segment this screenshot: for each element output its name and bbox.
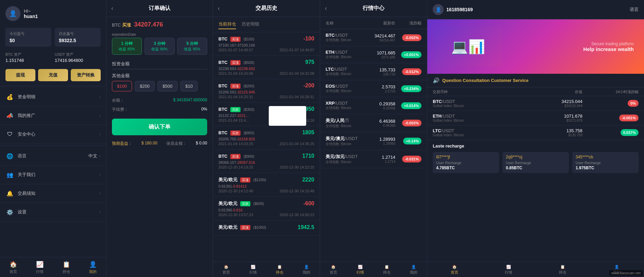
- market-sub: 全球指数: Bitcoin: [326, 72, 361, 76]
- p3-nav-mine[interactable]: 👤 我的: [293, 262, 320, 277]
- p3-nav-market[interactable]: 📈 行情: [240, 262, 267, 277]
- p5-user-info: 👤 1618598169: [433, 4, 473, 15]
- p5-market-row-btc[interactable]: BTC/USDT Golbal Index: Bitcoin 34215.044…: [427, 96, 644, 111]
- market-row-usdcny[interactable]: 美元/人民币 全球指数: Bitcoin 6.46368 6.46368 -0.…: [320, 114, 427, 132]
- trade-amount: ($900): [244, 154, 254, 158]
- back-button[interactable]: ‹: [111, 5, 113, 12]
- user-icon: 👤: [411, 265, 416, 269]
- home-icon: 🏠: [10, 261, 17, 268]
- market-row-ltc[interactable]: LTC/USDT 全球指数: Bitcoin 135.733 135.733 -…: [320, 63, 427, 80]
- back-button[interactable]: ‹: [325, 5, 327, 12]
- recharge-button[interactable]: 充值: [38, 69, 68, 81]
- p4-nav-home[interactable]: 🏠 首页: [320, 262, 347, 277]
- p5-language-button[interactable]: 语言: [630, 6, 639, 13]
- recharge-card-3: 345****cb User Recharge 1.975BTC: [572, 152, 639, 173]
- p5-market-row-ltc[interactable]: LTC/USDT Golbal Index: Bitcoin 135.758 $…: [427, 125, 644, 140]
- trade-pair: BTC: [218, 60, 228, 65]
- positions-icon: 📋: [560, 265, 565, 269]
- panel-home: 👤 1618598169 语言 💻📊 Secure trading platfo…: [427, 0, 644, 277]
- expected-value: $ 180.00: [142, 141, 158, 146]
- trade-row[interactable]: BTC 买涨 ($900) 1710 28068.157-28097.516 2…: [213, 150, 320, 173]
- p3-nav-mine-label: 我的: [303, 270, 310, 275]
- p3-nav-home[interactable]: 🏠 首页: [213, 262, 240, 277]
- trade-row[interactable]: BTC 买涨 ($100) -100 37100.167-37100.166 2…: [213, 32, 320, 56]
- confirm-order-button[interactable]: 确认下单: [112, 119, 207, 135]
- trade-close-time: 2021-01-07 14:49:07: [280, 48, 314, 52]
- market-row-xrp[interactable]: XRP/USDT 全球指数: Bitcoin 0.29358 0.29358 +…: [320, 97, 427, 114]
- market-pair: 美元/澳元/USDT: [326, 136, 361, 142]
- transfer-button[interactable]: 资产转换: [71, 69, 101, 81]
- menu-item-settings[interactable]: ⚙️ 设置 ›: [0, 203, 106, 222]
- trade-list: BTC 买涨 ($100) -100 37100.167-37100.166 2…: [213, 32, 320, 262]
- trade-amount: ($600): [253, 202, 264, 206]
- p4-nav-market[interactable]: 📈 行情: [347, 262, 374, 277]
- trade-row[interactable]: BTC 买跌 ($350) 950 32132.237-3221... 2021…: [213, 103, 320, 126]
- market-pair: LTC/USDT: [326, 67, 361, 72]
- trade-amount: ($950): [244, 131, 254, 135]
- time-1min-label: 1 分钟: [114, 41, 140, 47]
- col-pair: 交易币种: [433, 89, 508, 94]
- p5-nav-home[interactable]: 🏠 首页: [427, 262, 481, 277]
- trade-row[interactable]: 美元/欧元 买跌 ($600) -600 0.81396-0.816 2020-…: [213, 197, 320, 221]
- market-row-btc[interactable]: BTC/USDT 全球指数: Bitcoin 34214.467 34214.4…: [320, 29, 427, 46]
- menu-item-notice[interactable]: 🔔 交易须知 ›: [0, 184, 106, 203]
- p3-nav-positions[interactable]: 📋 持仓: [266, 262, 293, 277]
- menu-item-promote[interactable]: 📣 我的推广 ›: [0, 106, 106, 125]
- nav-mine[interactable]: 👤 我的: [80, 257, 106, 277]
- p5-pair: ETH/USDT: [433, 114, 508, 119]
- language-item[interactable]: 🌐 语言 中文 ›: [0, 147, 106, 166]
- market-pair: ETH/USDT: [326, 50, 361, 55]
- market-row-eth[interactable]: ETH/USDT 全球指数: Bitcoin 1071.685 1071.685…: [320, 46, 427, 63]
- p5-nav-positions[interactable]: 📋 持仓: [536, 262, 590, 277]
- menu-item-security[interactable]: 🛡 安全中心 ›: [0, 125, 106, 144]
- market-price: 6.46368: [361, 119, 396, 124]
- trade-row[interactable]: 美元/欧元 买涨 ($1200) 2220 0.81391-0.81412 20…: [213, 173, 320, 197]
- time-5min[interactable]: 5 分钟 收益 95%: [177, 38, 207, 55]
- market-row-eos[interactable]: EOS/USDT 全球指数: Bitcoin 2.5703 2.5703 +0.…: [320, 80, 427, 97]
- withdraw-button[interactable]: 提现: [5, 69, 35, 81]
- direction-badge: 买涨: [240, 225, 250, 230]
- consultation-row[interactable]: 🔊 Question Consultation Customer Service: [427, 74, 644, 87]
- market-row-usdcad[interactable]: 美元/加元/USDT 全球指数: Bitcoin 1.2714 1.2714 -…: [320, 150, 427, 168]
- trade-row[interactable]: 美元/欧元 买涨 ($1050) 1942.5: [213, 221, 320, 236]
- time-3min[interactable]: 3 分钟 收益 90%: [145, 38, 175, 55]
- nav-positions[interactable]: 📋 持仓: [53, 257, 80, 277]
- chart-icon: 📈: [506, 265, 511, 269]
- menu-item-funds[interactable]: 💰 资金明细 ›: [0, 88, 106, 106]
- fee-value: 0%: [201, 107, 207, 112]
- market-row-usdaud[interactable]: 美元/澳元/USDT 全球指数: Bitcoin 1.28993 1.28993…: [320, 132, 427, 150]
- nav-market[interactable]: 📈 行情: [27, 257, 53, 277]
- p5-market-row-eth[interactable]: ETH/USDT Golbal Index: Bitcoin 1071.678 …: [427, 111, 644, 125]
- back-button[interactable]: ‹: [218, 5, 220, 12]
- p5-nav-market[interactable]: 📈 行情: [481, 262, 535, 277]
- p5-banner: 💻📊 Secure trading platform Help increase…: [427, 19, 644, 74]
- nav-home[interactable]: 🏠 首页: [0, 257, 27, 277]
- recharge-title: Laste recharge: [433, 143, 639, 149]
- p3-nav-market-label: 行情: [249, 270, 257, 275]
- market-price-sub: 1.2714: [361, 160, 396, 163]
- p4-nav-market-label: 行情: [357, 270, 364, 275]
- tab-history-detail[interactable]: 历史明细: [242, 20, 259, 29]
- user-icon: 👤: [304, 265, 309, 269]
- about-icon: 👥: [5, 170, 14, 179]
- p4-nav-mine[interactable]: 👤 我的: [400, 262, 427, 277]
- market-sub: 全球指数: Bitcoin: [326, 38, 361, 42]
- tab-current-positions[interactable]: 当前持仓: [218, 20, 236, 29]
- time-1min[interactable]: 1 分钟 收益 85%: [112, 38, 142, 55]
- trade-row[interactable]: BTC 买跌 ($950) 1805 33205.755-33158.825 2…: [213, 126, 320, 150]
- p4-nav-positions[interactable]: 📋 持仓: [374, 262, 400, 277]
- menu-item-about[interactable]: 👥 关于我们 ›: [0, 166, 106, 184]
- amount-10[interactable]: $10: [180, 81, 198, 91]
- market-sub: 全球指数: Bitcoin: [326, 106, 361, 110]
- amount-200[interactable]: $200: [135, 81, 155, 91]
- trade-row[interactable]: BTC 买涨 ($200) -200 32206.591-32125.945 2…: [213, 79, 320, 103]
- btc-direction: 买涨: [122, 22, 131, 28]
- fee-row: 手续费： 0%: [106, 106, 213, 116]
- amount-500[interactable]: $500: [158, 81, 178, 91]
- trade-row[interactable]: BTC 买涨 ($500) 975 32238.693-32238.692 20…: [213, 56, 320, 79]
- trade-prices: 32238.693-32238.692: [218, 67, 314, 71]
- p5-avatar: 👤: [433, 4, 444, 15]
- time-1min-yield: 收益 85%: [114, 47, 140, 52]
- amount-100[interactable]: $100: [112, 81, 132, 91]
- col-change: 涨跌幅: [395, 20, 422, 26]
